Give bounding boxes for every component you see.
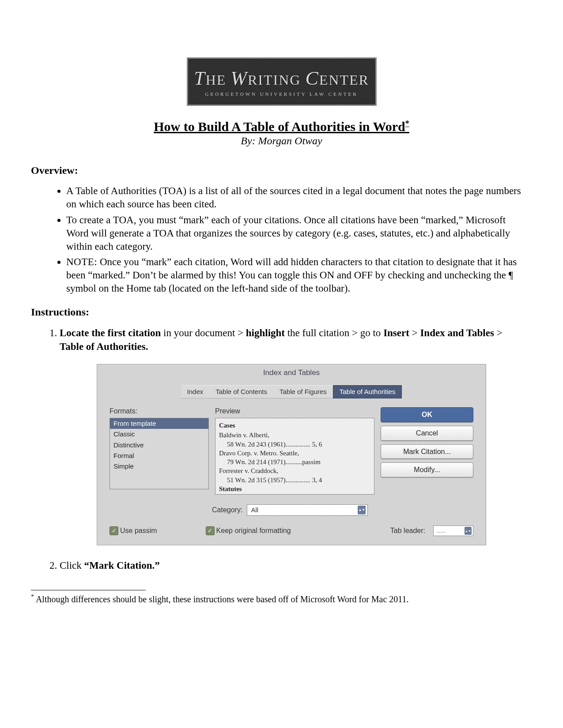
tab-leader-value: ....... bbox=[436, 528, 446, 534]
formats-listbox[interactable]: From template Classic Distinctive Formal… bbox=[110, 418, 209, 489]
tab-table-of-contents[interactable]: Table of Contents bbox=[209, 385, 273, 398]
formats-column: Formats: From template Classic Distincti… bbox=[110, 406, 209, 495]
overview-list: A Table of Authorities (TOA) is a list o… bbox=[53, 184, 532, 295]
category-value: All bbox=[251, 506, 258, 514]
preview-label: Preview bbox=[215, 406, 374, 416]
preview-heading-statutes: Statutes bbox=[219, 484, 370, 493]
keep-formatting-group: ✓ Keep original formatting bbox=[206, 526, 291, 536]
overview-item: To create a TOA, you must “mark” each of… bbox=[66, 214, 523, 253]
tab-leader-select[interactable]: ....... ▲▼ bbox=[433, 525, 473, 536]
tab-index[interactable]: Index bbox=[181, 385, 210, 398]
preview-cite: 51 Wn. 2d 315 (1957)............... 3, 4 bbox=[227, 476, 370, 484]
index-and-tables-dialog: Index and Tables Index Table of Contents… bbox=[97, 364, 486, 545]
use-passim-group: ✓ Use passim bbox=[110, 526, 157, 536]
dialog-tabs: Index Table of Contents Table of Figures… bbox=[97, 385, 486, 398]
footnote: * Although differences should be slight,… bbox=[31, 593, 532, 605]
format-option[interactable]: From template bbox=[110, 418, 208, 429]
keep-formatting-label: Keep original formatting bbox=[216, 526, 291, 536]
ok-button[interactable]: OK bbox=[381, 407, 473, 422]
logo-main-text: THE WRITING CENTER bbox=[194, 67, 369, 90]
use-passim-label: Use passim bbox=[120, 526, 157, 536]
preview-case: Forrester v. Craddock, bbox=[219, 466, 370, 475]
preview-cite: 58 Wn. 2d 243 (1961)............... 5, 6 bbox=[227, 440, 370, 449]
dialog-screenshot: Index and Tables Index Table of Contents… bbox=[60, 364, 523, 545]
note-body: Once you “mark” each citation, Word will… bbox=[66, 256, 517, 294]
preview-cite: 79 Wn. 2d 214 (1971)..........passim bbox=[227, 458, 370, 466]
checkbox-row: ✓ Use passim ✓ Keep original formatting … bbox=[97, 519, 486, 545]
format-option[interactable]: Simple bbox=[110, 461, 208, 472]
cancel-button[interactable]: Cancel bbox=[381, 426, 473, 441]
note-prefix: NOTE: bbox=[66, 256, 97, 267]
tab-leader-label: Tab leader: bbox=[390, 526, 425, 536]
use-passim-checkbox[interactable]: ✓ bbox=[110, 526, 118, 535]
buttons-column: OK Cancel Mark Citation... Modify... bbox=[381, 406, 473, 495]
footnote-rule bbox=[31, 590, 146, 590]
instructions-list: Locate the first citation in your docume… bbox=[46, 326, 532, 572]
format-option[interactable]: Distinctive bbox=[110, 440, 208, 450]
overview-item: NOTE: Once you “mark” each citation, Wor… bbox=[66, 255, 523, 295]
document-page: THE WRITING CENTER GEORGETOWN UNIVERSITY… bbox=[0, 0, 563, 728]
preview-heading-cases: Cases bbox=[219, 421, 370, 430]
overview-item: A Table of Authorities (TOA) is a list o… bbox=[66, 184, 523, 211]
instruction-step-1: Locate the first citation in your docume… bbox=[60, 326, 523, 545]
category-select[interactable]: All ▲▼ bbox=[247, 504, 368, 516]
logo-container: THE WRITING CENTER GEORGETOWN UNIVERSITY… bbox=[31, 57, 532, 106]
instructions-heading: Instructions: bbox=[31, 306, 532, 318]
select-arrows-icon: ▲▼ bbox=[465, 527, 472, 535]
preview-box: Cases Baldwin v. Alberti, 58 Wn. 2d 243 … bbox=[215, 418, 374, 495]
writing-center-logo: THE WRITING CENTER GEORGETOWN UNIVERSITY… bbox=[187, 57, 377, 106]
select-arrows-icon: ▲▼ bbox=[358, 506, 366, 514]
logo-subtitle: GEORGETOWN UNIVERSITY LAW CENTER bbox=[205, 91, 358, 97]
category-label: Category: bbox=[212, 505, 242, 515]
mark-citation-button[interactable]: Mark Citation... bbox=[381, 444, 473, 459]
category-row: Category: All ▲▼ bbox=[97, 499, 486, 519]
dialog-body: Formats: From template Classic Distincti… bbox=[97, 406, 486, 499]
dialog-title: Index and Tables bbox=[97, 364, 486, 385]
tab-table-of-authorities[interactable]: Table of Authorities bbox=[333, 385, 402, 398]
preview-column: Preview Cases Baldwin v. Alberti, 58 Wn.… bbox=[215, 406, 374, 495]
format-option[interactable]: Formal bbox=[110, 450, 208, 461]
preview-case: Dravo Corp. v. Metro. Seattle, bbox=[219, 449, 370, 458]
overview-heading: Overview: bbox=[31, 165, 532, 176]
page-title: How to Build A Table of Authorities in W… bbox=[31, 119, 532, 134]
tab-table-of-figures[interactable]: Table of Figures bbox=[273, 385, 333, 398]
formats-label: Formats: bbox=[110, 406, 209, 416]
modify-button[interactable]: Modify... bbox=[381, 462, 473, 477]
format-option[interactable]: Classic bbox=[110, 429, 208, 439]
preview-case: Baldwin v. Alberti, bbox=[219, 431, 370, 439]
byline: By: Morgan Otway bbox=[31, 135, 532, 147]
keep-formatting-checkbox[interactable]: ✓ bbox=[206, 526, 215, 535]
instruction-step-2: Click “Mark Citation.” bbox=[60, 559, 523, 572]
